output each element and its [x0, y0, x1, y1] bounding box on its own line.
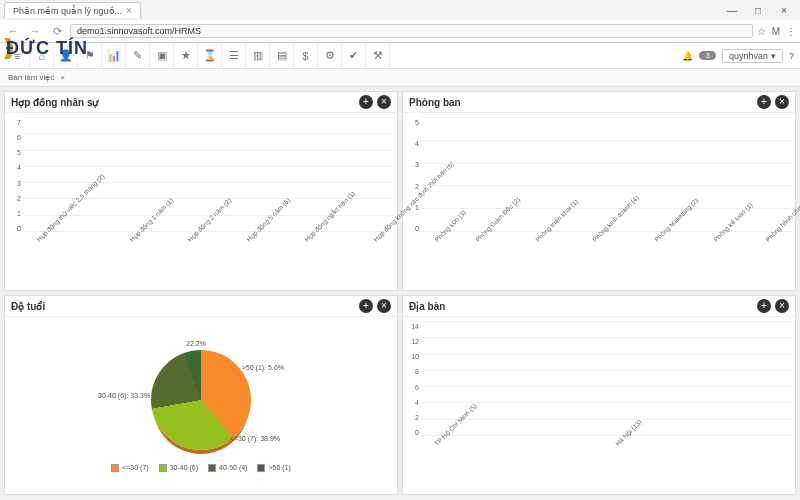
toolbar-icon-12[interactable]: $: [294, 44, 318, 68]
toolbar-icon-6[interactable]: ▣: [150, 44, 174, 68]
pie-slice-label: 30-40 (6): 33.3%: [98, 392, 150, 399]
window-controls: — □ ×: [720, 1, 796, 19]
help-icon[interactable]: ?: [789, 51, 794, 61]
panel-close-icon[interactable]: ×: [775, 299, 789, 313]
window-close-icon[interactable]: ×: [772, 1, 796, 19]
toolbar-icon-0[interactable]: ≡: [6, 44, 30, 68]
nav-back-icon[interactable]: ←: [4, 22, 22, 40]
pie-slice-label: <=30 (7): 38.9%: [230, 435, 280, 442]
toolbar-icon-13[interactable]: ⚙: [318, 44, 342, 68]
nav-reload-icon[interactable]: ⟳: [48, 22, 66, 40]
dashboard-grid: Hợp đồng nhân sự + × 76543210Hợp đồng th…: [0, 87, 800, 499]
workspace-label: Bàn làm việc: [8, 73, 54, 82]
notification-badge: 3: [699, 51, 715, 60]
bar-chart: 543210Phòng sơn (3)Phòng Giám Đốc (2)Phò…: [407, 117, 791, 286]
chevron-down-icon: ▾: [771, 51, 776, 61]
user-dropdown[interactable]: quynhvan ▾: [722, 49, 783, 63]
app-toolbar: ≡⌂👤⚑📊✎▣★⌛☰▥▤$⚙✔⚒ 🔔 3 quynhvan ▾ ?: [0, 43, 800, 69]
user-name: quynhvan: [729, 51, 768, 61]
browser-tab[interactable]: Phần mềm quản lý nguồ... ×: [4, 2, 141, 18]
toolbar-icon-8[interactable]: ⌛: [198, 44, 222, 68]
browser-chrome: Phần mềm quản lý nguồ... × — □ × ← → ⟳ d…: [0, 0, 800, 43]
browser-tab-bar: Phần mềm quản lý nguồ... × — □ ×: [0, 0, 800, 20]
panel-region: Địa bàn + × 14121086420TP Hồ Chí Minh (5…: [402, 295, 796, 495]
pie-slice-label: 22.2%: [186, 340, 206, 347]
panel-add-icon[interactable]: +: [359, 299, 373, 313]
toolbar-icon-4[interactable]: 📊: [102, 44, 126, 68]
panel-contracts: Hợp đồng nhân sự + × 76543210Hợp đồng th…: [4, 91, 398, 291]
bar-chart: 76543210Hợp đồng thử việc 2,5 tháng (2)H…: [9, 117, 393, 286]
panel-add-icon[interactable]: +: [757, 95, 771, 109]
toolbar-icon-7[interactable]: ★: [174, 44, 198, 68]
bell-icon[interactable]: 🔔: [682, 51, 693, 61]
toolbar-icon-3[interactable]: ⚑: [78, 44, 102, 68]
tab-title: Phần mềm quản lý nguồ...: [13, 6, 122, 16]
toolbar-icon-1[interactable]: ⌂: [30, 44, 54, 68]
toolbar-icon-2[interactable]: 👤: [54, 44, 78, 68]
toolbar-icon-10[interactable]: ▥: [246, 44, 270, 68]
nav-forward-icon[interactable]: →: [26, 22, 44, 40]
panel-title: Hợp đồng nhân sự: [11, 97, 98, 108]
pie-legend: <=30 (7) 30-40 (6) 40-50 (4) >50 (1): [111, 464, 291, 472]
address-bar: ← → ⟳ demo1.sinnovasoft.com/HRMS ☆ M ⋮: [0, 20, 800, 42]
toolbar-icon-11[interactable]: ▤: [270, 44, 294, 68]
panel-close-icon[interactable]: ×: [377, 95, 391, 109]
url-input[interactable]: demo1.sinnovasoft.com/HRMS: [70, 24, 753, 38]
toolbar-icon-14[interactable]: ✔: [342, 44, 366, 68]
panel-age: Độ tuổi + × 22.2% >50 (1): 5.6% <=30 (7)…: [4, 295, 398, 495]
panel-close-icon[interactable]: ×: [775, 95, 789, 109]
panel-title: Phòng ban: [409, 97, 461, 108]
tab-close-icon[interactable]: ×: [126, 5, 132, 16]
pie-slice-label: >50 (1): 5.6%: [242, 364, 284, 371]
panel-departments: Phòng ban + × 543210Phòng sơn (3)Phòng G…: [402, 91, 796, 291]
workspace-bar: Bàn làm việc ×: [0, 69, 800, 87]
bar-chart: 14121086420TP Hồ Chí Minh (5)Hà Nội (13): [407, 321, 791, 490]
toolbar-icon-9[interactable]: ☰: [222, 44, 246, 68]
panel-add-icon[interactable]: +: [359, 95, 373, 109]
toolbar-icon-5[interactable]: ✎: [126, 44, 150, 68]
workspace-close-icon[interactable]: ×: [60, 73, 65, 82]
bookmark-star-icon[interactable]: ☆: [757, 26, 766, 37]
mail-icon[interactable]: M: [772, 26, 780, 37]
panel-title: Địa bàn: [409, 301, 445, 312]
pie-chart: 22.2% >50 (1): 5.6% <=30 (7): 38.9% 30-4…: [9, 321, 393, 490]
window-maximize-icon[interactable]: □: [746, 1, 770, 19]
panel-close-icon[interactable]: ×: [377, 299, 391, 313]
browser-menu-icon[interactable]: ⋮: [786, 26, 796, 37]
toolbar-icon-15[interactable]: ⚒: [366, 44, 390, 68]
window-minimize-icon[interactable]: —: [720, 1, 744, 19]
panel-title: Độ tuổi: [11, 301, 45, 312]
panel-add-icon[interactable]: +: [757, 299, 771, 313]
